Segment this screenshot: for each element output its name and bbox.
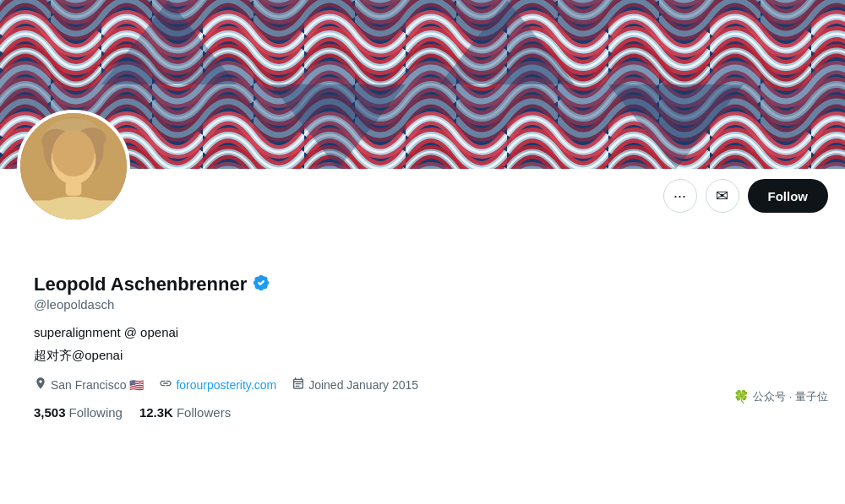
followers-stat[interactable]: 12.3K Followers — [139, 405, 231, 420]
svg-point-14 — [52, 133, 96, 184]
joined-text: Joined January 2015 — [308, 378, 418, 392]
profile-banner — [0, 0, 845, 169]
profile-area: ··· ✉ Follow Leopold Aschenbrenner @leop… — [0, 169, 845, 420]
message-icon: ✉ — [716, 187, 728, 205]
svg-point-16 — [79, 153, 86, 160]
action-buttons: ··· ✉ Follow — [17, 169, 828, 223]
username: @leopoldasch — [34, 297, 811, 312]
display-name-row: Leopold Aschenbrenner — [34, 274, 811, 295]
location-text: San Francisco 🇺🇸 — [51, 378, 144, 392]
profile-info: Leopold Aschenbrenner @leopoldasch super… — [17, 223, 828, 420]
svg-point-13 — [78, 127, 106, 149]
watermark: 🍀 公众号 · 量子位 — [733, 389, 828, 404]
website-item[interactable]: forourposterity.com — [159, 377, 276, 393]
stats-row: 3,503 Following 12.3K Followers — [34, 405, 811, 420]
svg-point-12 — [41, 129, 70, 153]
meta-info: San Francisco 🇺🇸 forourposterity.com Joi… — [34, 377, 811, 393]
calendar-icon — [292, 377, 305, 393]
location-item: San Francisco 🇺🇸 — [34, 377, 144, 393]
followers-label: Followers — [177, 405, 231, 420]
svg-rect-17 — [66, 182, 82, 196]
location-icon — [34, 377, 47, 393]
link-icon — [159, 377, 172, 393]
more-options-button[interactable]: ··· — [663, 179, 697, 213]
verified-badge — [252, 274, 270, 295]
followers-count: 12.3K — [139, 405, 173, 420]
joined-item: Joined January 2015 — [292, 377, 418, 393]
watermark-source: 公众号 · 量子位 — [753, 389, 828, 404]
bio-english: superalignment @ openai — [34, 323, 811, 343]
avatar-image — [20, 113, 127, 219]
follow-button[interactable]: Follow — [748, 179, 829, 213]
watermark-icon: 🍀 — [733, 389, 750, 404]
bio-chinese: 超对齐@openai — [34, 346, 811, 366]
following-label: Following — [69, 405, 123, 420]
more-icon: ··· — [673, 187, 686, 205]
following-stat[interactable]: 3,503 Following — [34, 405, 123, 420]
avatar — [17, 110, 130, 223]
svg-point-15 — [63, 153, 69, 160]
svg-rect-19 — [34, 200, 113, 219]
following-count: 3,503 — [34, 405, 66, 420]
website-link[interactable]: forourposterity.com — [176, 378, 276, 392]
message-button[interactable]: ✉ — [706, 179, 739, 213]
display-name: Leopold Aschenbrenner — [34, 274, 247, 295]
